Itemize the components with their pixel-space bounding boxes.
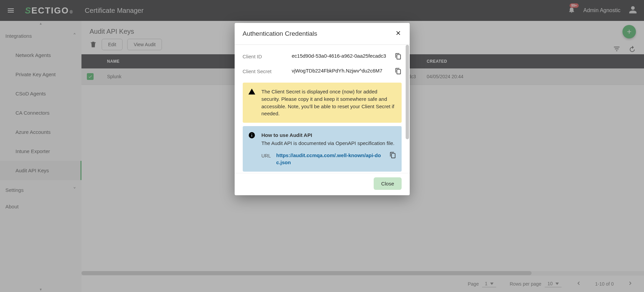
- copy-icon: [395, 68, 402, 75]
- copy-client-id-button[interactable]: [395, 53, 402, 61]
- auth-credentials-modal: Authentication Credentials Client ID ec1…: [235, 23, 410, 195]
- client-id-value: ec15d90d-53a0-4616-a962-0aa25fecadc3: [292, 53, 389, 59]
- warning-icon: [248, 88, 256, 117]
- modal-close-button[interactable]: [395, 30, 402, 38]
- modal-close-footer-button[interactable]: Close: [374, 177, 401, 190]
- copy-client-secret-button[interactable]: [395, 68, 402, 76]
- warning-alert: The Client Secret is displayed once (now…: [243, 83, 402, 123]
- close-icon: [395, 30, 402, 36]
- modal-title: Authentication Credentials: [243, 30, 317, 37]
- info-icon: [248, 132, 256, 166]
- url-label: URL: [262, 152, 271, 159]
- copy-icon: [389, 152, 396, 158]
- api-doc-url-link[interactable]: https://audit.ccmqa.com/.well-known/api-…: [276, 152, 384, 167]
- modal-scrollbar[interactable]: [406, 45, 409, 139]
- copy-url-button[interactable]: [389, 152, 396, 160]
- info-alert: How to use Audit API The Audit API is do…: [243, 126, 402, 172]
- copy-icon: [395, 53, 402, 60]
- client-secret-value: vjWogTDb224FbkPdYh.Nzjwv^du2c6M7: [292, 68, 389, 74]
- client-id-label: Client ID: [243, 53, 286, 59]
- info-description: The Audit API is documented via OpenAPI …: [262, 140, 396, 147]
- info-title: How to use Audit API: [262, 132, 396, 139]
- client-secret-label: Client Secret: [243, 68, 286, 74]
- warning-text: The Client Secret is displayed once (now…: [262, 88, 396, 117]
